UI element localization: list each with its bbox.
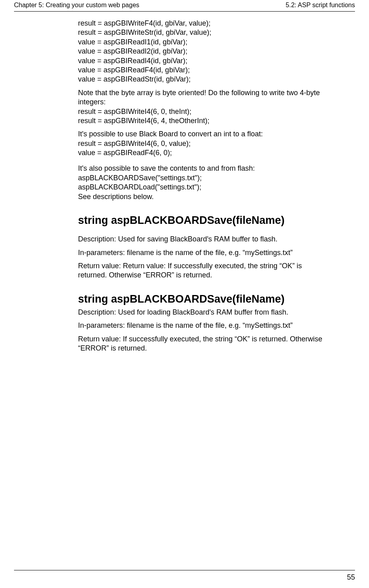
paragraph-byte-array: Note that the byte array is byte oriente…	[78, 88, 331, 126]
save-description: Description: Used for saving BlackBoard'…	[78, 235, 331, 244]
page-header: Chapter 5: Creating your custom web page…	[14, 0, 355, 12]
save-in-params: In-parameters: filename is the name of t…	[78, 248, 331, 257]
load-return: Return value: If successfully executed, …	[78, 335, 331, 353]
header-left: Chapter 5: Creating your custom web page…	[14, 2, 139, 9]
page: Chapter 5: Creating your custom web page…	[0, 0, 369, 353]
save-return: Return value: Return value: If successfu…	[78, 261, 331, 280]
paragraph-flash: It's also possible to save the contents …	[78, 164, 331, 201]
heading-load: string aspBLACKBOARDSave(fileName)	[78, 292, 331, 306]
code-block-1: result = aspGBIWriteF4(id, gbiVar, value…	[78, 19, 331, 84]
load-in-params: In-parameters: filename is the name of t…	[78, 321, 331, 330]
footer-rule	[14, 570, 355, 570]
page-number: 55	[347, 573, 355, 582]
content: result = aspGBIWriteF4(id, gbiVar, value…	[78, 12, 331, 353]
load-description: Description: Used for loading BlackBoard…	[78, 308, 331, 317]
heading-save: string aspBLACKBOARDSave(fileName)	[78, 213, 331, 227]
paragraph-int-float: It's possible to use Black Board to conv…	[78, 130, 331, 157]
header-right: 5.2: ASP script functions	[286, 2, 355, 9]
